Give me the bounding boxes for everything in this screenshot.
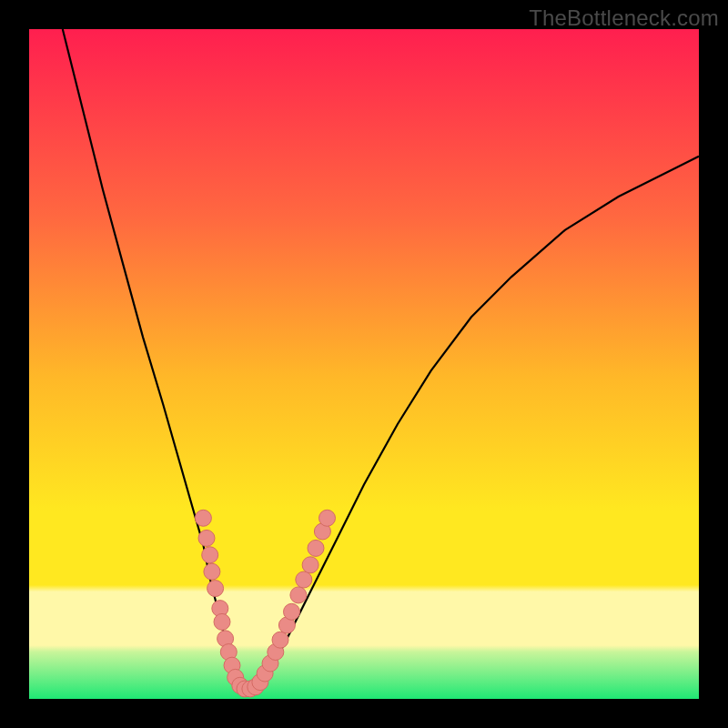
data-point xyxy=(272,632,288,648)
data-point xyxy=(296,571,312,588)
plot-svg xyxy=(29,29,699,699)
data-point xyxy=(214,613,230,630)
data-point xyxy=(198,530,215,546)
data-point xyxy=(195,510,211,526)
data-point xyxy=(202,547,218,563)
data-point xyxy=(284,603,300,620)
gradient-bg xyxy=(29,29,699,699)
data-point xyxy=(319,510,336,526)
data-point xyxy=(290,587,307,603)
data-point xyxy=(207,581,224,597)
data-point xyxy=(204,563,220,580)
data-point xyxy=(302,557,318,573)
watermark-text: TheBottleneck.com xyxy=(529,5,719,31)
data-point xyxy=(308,540,324,556)
plot-area xyxy=(29,29,699,699)
outer-frame: TheBottleneck.com xyxy=(0,0,728,728)
